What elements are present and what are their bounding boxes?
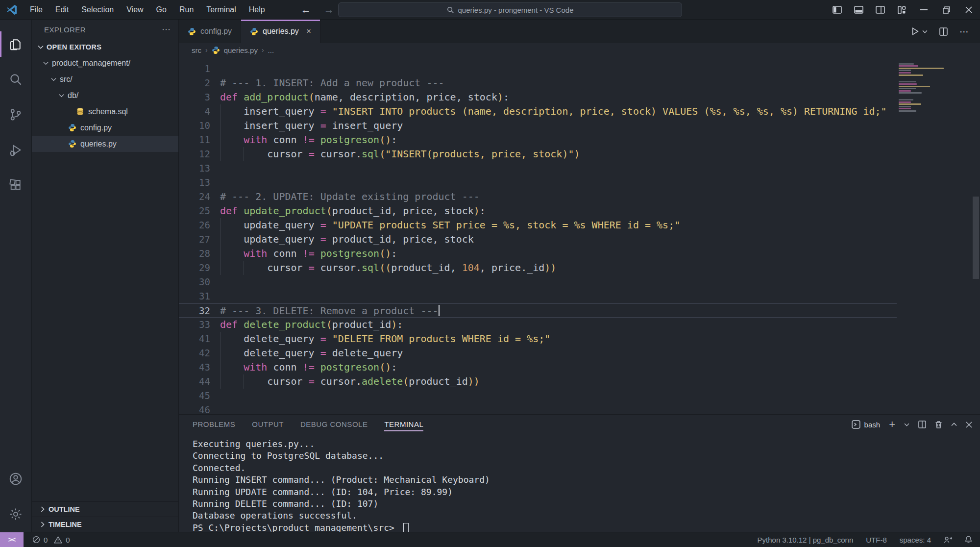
code-line-4[interactable]: 4 insert_query = "INSERT INTO products (…: [179, 104, 980, 119]
tree-item-queries.py[interactable]: queries.py: [32, 136, 178, 152]
kill-terminal-icon[interactable]: [935, 421, 942, 428]
tree-item-db[interactable]: db/: [32, 87, 178, 103]
code-line-30[interactable]: 30: [179, 275, 980, 289]
feedback-icon[interactable]: [944, 536, 952, 544]
indentation-status[interactable]: spaces: 4: [900, 536, 931, 544]
menu-run[interactable]: Run: [173, 5, 200, 14]
split-terminal-icon[interactable]: [918, 421, 926, 428]
code-line-27[interactable]: 27 update_query = product_id, price, sto…: [179, 232, 980, 247]
code-line-32[interactable]: 32# --- 3. DELETE: Remove a product ---: [179, 303, 897, 318]
tree-item-src[interactable]: src/: [32, 71, 178, 87]
terminal-shell-chip[interactable]: bash: [852, 420, 881, 429]
outline-section[interactable]: OUTLINE: [32, 501, 178, 517]
minimap-line: [899, 61, 946, 62]
split-editor-icon[interactable]: [939, 27, 948, 36]
menu-terminal[interactable]: Terminal: [200, 5, 242, 14]
code-line-33[interactable]: 33def delete_product(product_id):: [179, 318, 980, 332]
code-line-44[interactable]: 44 cursor = cursor.adelete(product_id)): [179, 374, 980, 389]
explorer-icon[interactable]: [0, 26, 32, 62]
code-line-2[interactable]: 2# --- 1. INSERT: Add a new product ---: [179, 76, 980, 90]
open-editors-section[interactable]: OPEN EXITORS: [32, 39, 178, 55]
close-tab-icon[interactable]: ×: [306, 26, 311, 36]
panel-tab-output[interactable]: OUTPUT: [252, 415, 284, 434]
problems-status[interactable]: 0 0: [32, 536, 70, 544]
tree-item-schema.sql[interactable]: schema.sql: [32, 103, 178, 120]
source-control-icon[interactable]: [0, 97, 32, 132]
account-icon[interactable]: [0, 461, 32, 497]
code-line-26[interactable]: 26 update_query = "UPDATE products SET p…: [179, 218, 980, 232]
menu-file[interactable]: File: [24, 5, 49, 14]
editor-scrollbar[interactable]: [973, 197, 979, 279]
code-line-24[interactable]: 24# --- 2. UPDATE: Update existing produ…: [179, 190, 980, 204]
run-debug-icon[interactable]: [0, 132, 32, 168]
terminal-output[interactable]: Executing queries.py...Connecting to Pos…: [179, 434, 980, 534]
code-line-13[interactable]: 13: [179, 161, 980, 175]
toggle-sidebar-icon[interactable]: [826, 0, 848, 20]
token: :: [391, 134, 397, 146]
close-window-button[interactable]: [957, 0, 980, 20]
code-line-45[interactable]: 45: [179, 389, 980, 403]
toggle-panel-icon[interactable]: [848, 0, 869, 20]
close-panel-icon[interactable]: [966, 422, 972, 428]
code-line-10[interactable]: 10 insert_query = insert_query: [179, 119, 980, 133]
toggle-secondary-sidebar-icon[interactable]: [869, 0, 891, 20]
code-line-13[interactable]: 13: [179, 175, 980, 190]
menu-selection[interactable]: Selection: [75, 5, 120, 14]
breadcrumb-src[interactable]: src: [192, 46, 201, 54]
menu-help[interactable]: Help: [243, 5, 271, 14]
line-number: 27: [179, 232, 210, 247]
tab-config.py[interactable]: config.py: [179, 20, 241, 43]
panel-tab-problems[interactable]: PROBLEMS: [193, 415, 235, 434]
timeline-section[interactable]: TIMELINE: [32, 517, 178, 532]
settings-gear-icon[interactable]: [0, 497, 32, 532]
minimize-button[interactable]: [912, 0, 935, 20]
code-line-11[interactable]: 11 with conn != postgreson():: [179, 133, 980, 147]
tree-item-config.py[interactable]: config.py: [32, 120, 178, 136]
search-sidebar-icon[interactable]: [0, 62, 32, 97]
remote-indicator[interactable]: ><: [0, 532, 24, 547]
minimap[interactable]: [899, 61, 946, 117]
extensions-icon[interactable]: [0, 168, 32, 203]
menu-edit[interactable]: Edit: [49, 5, 75, 14]
token: postgreson: [320, 134, 379, 146]
minimap-line: [899, 108, 911, 109]
breadcrumb-symbol[interactable]: ...: [268, 46, 274, 54]
breadcrumb-file[interactable]: queries.py: [224, 46, 258, 54]
notifications-bell-icon[interactable]: [965, 536, 972, 544]
terminal-dropdown-icon[interactable]: [904, 423, 909, 426]
explorer-more-actions-icon[interactable]: ⋯: [162, 24, 172, 35]
customize-layout-icon[interactable]: [891, 0, 912, 20]
new-terminal-icon[interactable]: +: [889, 418, 895, 431]
maximize-panel-icon[interactable]: [951, 423, 957, 426]
breadcrumb[interactable]: src › queries.py › ...: [179, 43, 980, 57]
code-line-12[interactable]: 12 cursor = cursor.sql("INSERT(products,…: [179, 147, 980, 161]
menu-view[interactable]: View: [120, 5, 149, 14]
code-line-46[interactable]: 46: [179, 403, 980, 414]
menu-go[interactable]: Go: [150, 5, 173, 14]
code-line-25[interactable]: 25def update_product(product_id, price, …: [179, 204, 980, 218]
chevron-right-icon: ›: [262, 46, 264, 54]
token: =: [320, 120, 326, 131]
tree-item-productmanagement[interactable]: product_management/: [32, 55, 178, 71]
tab-queries.py[interactable]: queries.py×: [241, 20, 320, 43]
code-editor[interactable]: 12# --- 1. INSERT: Add a new product ---…: [179, 57, 980, 414]
code-line-31[interactable]: 31: [179, 289, 980, 303]
code-line-41[interactable]: 41 delete_query = "DELETE FROM products …: [179, 332, 980, 346]
nav-back-icon[interactable]: ←: [301, 4, 311, 16]
nav-forward-icon[interactable]: →: [324, 4, 334, 16]
panel-tab-debug-console[interactable]: DEBUG CONSOLE: [300, 415, 368, 434]
code-line-42[interactable]: 42 delete_query = delete_query: [179, 346, 980, 360]
python-interpreter-status[interactable]: Python 3.10.12 | pg_db_conn: [758, 536, 854, 544]
minimap-line: [899, 79, 946, 80]
editor-more-actions-icon[interactable]: ⋯: [959, 26, 969, 37]
encoding-status[interactable]: UTF-8: [866, 536, 887, 544]
code-line-43[interactable]: 43 with conn != postgreson():: [179, 360, 980, 374]
command-center-search[interactable]: queries.py - prongement - VS Code: [338, 2, 682, 17]
panel-tab-terminal[interactable]: TERMINAL: [384, 415, 423, 434]
code-line-28[interactable]: 28 with conn != postgreson():: [179, 247, 980, 261]
code-line-29[interactable]: 29 cursor = cursor.sql((product_id, 104,…: [179, 261, 980, 275]
restore-button[interactable]: [935, 0, 957, 20]
code-line-1[interactable]: 1: [179, 62, 980, 76]
run-python-file-button[interactable]: [911, 27, 928, 36]
code-line-3[interactable]: 3def add_product(name, description, pric…: [179, 90, 980, 104]
